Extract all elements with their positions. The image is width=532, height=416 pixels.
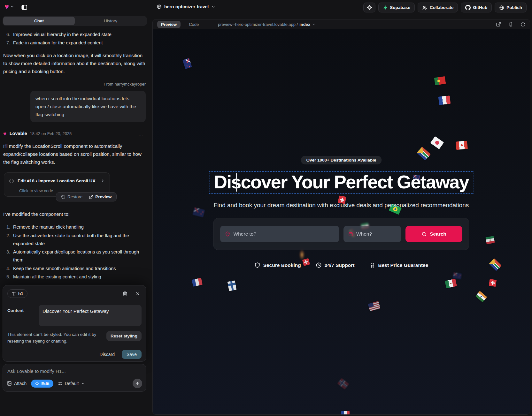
search-card: Search: [213, 218, 469, 250]
lovable-heart-icon: ♥: [4, 3, 9, 11]
publish-button[interactable]: Publish: [495, 3, 527, 12]
gear-icon: [367, 5, 372, 10]
delete-element-button[interactable]: [121, 290, 129, 298]
feature-list: Secure Booking 24/7 Support Best Price G…: [153, 262, 530, 268]
list-item: 5.Maintain all the existing content and …: [3, 273, 146, 281]
assistant-paragraph: I'll modify the LocationScroll component…: [3, 142, 146, 166]
lovable-logo[interactable]: ♥: [4, 3, 14, 11]
tab-chat[interactable]: Chat: [3, 17, 75, 25]
save-button[interactable]: Save: [122, 350, 142, 359]
content-field: Discover Your Perfect Getaway: [39, 305, 142, 326]
assistant-paragraph: I've modified the component to:: [3, 210, 146, 218]
smartphone-icon: [508, 22, 513, 27]
supabase-button[interactable]: Supabase: [378, 3, 415, 12]
styling-note: This element can't be styled. You can ed…: [7, 331, 106, 344]
supabase-icon: [383, 5, 388, 10]
code-icon: [9, 178, 14, 184]
hero-subtitle: Find and book your dream destination wit…: [153, 202, 530, 209]
message-menu-button[interactable]: …: [138, 130, 146, 138]
project-name: hero-optimizer-travel: [164, 4, 209, 9]
edit-card-container: Edit #18 • Improve Location Scroll UX Cl…: [3, 172, 146, 206]
lovable-heart-icon: ♥: [3, 131, 7, 137]
collaborate-button[interactable]: Collaborate: [418, 3, 458, 12]
github-label: GitHub: [473, 5, 487, 10]
map-pin-icon: [225, 231, 230, 237]
preview-url-bar[interactable]: preview--hero-optimizer-travel.lovable.a…: [218, 22, 315, 27]
crosshair-icon: [35, 381, 39, 386]
toggle-sidebar-button[interactable]: [20, 3, 29, 12]
reset-styling-button[interactable]: Reset styling: [106, 331, 142, 341]
list-item: 3.Automatically expand/collapse location…: [3, 248, 146, 264]
top-nav-actions: Supabase Collaborate GitHub Publish: [363, 3, 527, 12]
list-item: 7.Fade-in animation for the expanded con…: [3, 39, 146, 47]
list-item: 6.Improved visual hierarchy in the expan…: [3, 31, 146, 39]
when-input[interactable]: [356, 231, 396, 237]
chevron-down-icon: [81, 382, 85, 385]
list-item: 2.Use the activeIndex state to control b…: [3, 232, 146, 248]
refresh-icon: [520, 22, 525, 27]
element-tag-pill[interactable]: h1: [7, 289, 27, 298]
discard-button[interactable]: Discard: [96, 350, 119, 359]
project-switcher[interactable]: hero-optimizer-travel: [157, 4, 215, 9]
arrow-up-icon: [135, 381, 140, 386]
selected-h1-outline[interactable]: Discover Your Perfect Getaway: [209, 171, 473, 194]
github-button[interactable]: GitHub: [461, 3, 492, 12]
tab-code[interactable]: Code: [185, 21, 203, 28]
edit-mode-pill[interactable]: Edit: [31, 380, 53, 388]
where-field[interactable]: [220, 226, 339, 242]
assistant-list: 1.Remove the manual click handling 2.Use…: [3, 223, 146, 281]
chat-history-tabs: Chat History: [3, 16, 147, 26]
website-viewport: Over 1000+ Destinations Available Discov…: [153, 29, 530, 414]
content-field-label: Content: [7, 305, 34, 326]
search-icon: [421, 231, 427, 237]
chevron-down-icon: [312, 23, 315, 26]
external-link-icon: [496, 22, 501, 27]
hero-title[interactable]: Discover Your Perfect Getaway: [214, 172, 468, 192]
image-icon: [7, 381, 12, 386]
composer-input[interactable]: [7, 368, 142, 374]
shield-icon: [254, 262, 260, 268]
tab-preview[interactable]: Preview: [157, 21, 181, 28]
assistant-paragraph: Now when you click on a location image, …: [3, 51, 146, 75]
restore-button[interactable]: Restore: [58, 192, 85, 202]
tab-history[interactable]: History: [75, 17, 146, 25]
when-field[interactable]: [343, 226, 401, 242]
users-icon: [422, 5, 428, 10]
chevron-down-icon: [211, 5, 215, 9]
search-button[interactable]: Search: [405, 226, 462, 242]
sidebar-panel-icon: [21, 4, 28, 11]
send-button[interactable]: [133, 379, 142, 388]
element-inspector-panel: h1 Content Discover Your Perfect Getaway…: [3, 285, 146, 362]
assistant-list: 6.Improved visual hierarchy in the expan…: [3, 31, 146, 47]
assistant-name: Lovable: [10, 130, 27, 138]
award-icon: [369, 262, 375, 268]
publish-label: Publish: [506, 5, 522, 10]
mobile-view-button[interactable]: [508, 22, 513, 27]
content-textarea[interactable]: Discover Your Perfect Getaway: [39, 305, 142, 325]
close-icon: [135, 291, 140, 296]
github-icon: [465, 5, 471, 10]
where-input[interactable]: [234, 231, 334, 237]
message-from-label: From harrymckayroper: [3, 80, 146, 88]
text-caret: [236, 173, 237, 192]
message-timestamp: 18:42 on Feb 20, 2025: [30, 130, 72, 138]
collaborate-label: Collaborate: [430, 5, 453, 10]
attach-button[interactable]: Attach: [7, 381, 27, 386]
preview-version-button[interactable]: Preview: [86, 192, 114, 202]
supabase-label: Supabase: [390, 5, 410, 10]
calendar-icon: [348, 231, 353, 237]
refresh-button[interactable]: [520, 22, 525, 27]
list-item: 1.Remove the manual click handling: [3, 223, 146, 231]
close-inspector-button[interactable]: [134, 290, 142, 298]
mode-selector[interactable]: Default: [58, 381, 85, 386]
preview-toolbar: Preview Code preview--hero-optimizer-tra…: [153, 19, 530, 29]
feature-best-price: Best Price Guarantee: [369, 262, 428, 268]
chevron-right-icon: [100, 178, 105, 183]
chevron-down-icon: [10, 5, 14, 9]
settings-button[interactable]: [363, 3, 375, 12]
globe-icon: [499, 5, 504, 10]
chat-sidebar: Chat History 6.Improved visual hierarchy…: [0, 15, 150, 416]
list-item: 4.Keep the same smooth animations and tr…: [3, 265, 146, 273]
trash-icon: [122, 291, 127, 296]
open-in-new-tab-button[interactable]: [496, 22, 501, 27]
